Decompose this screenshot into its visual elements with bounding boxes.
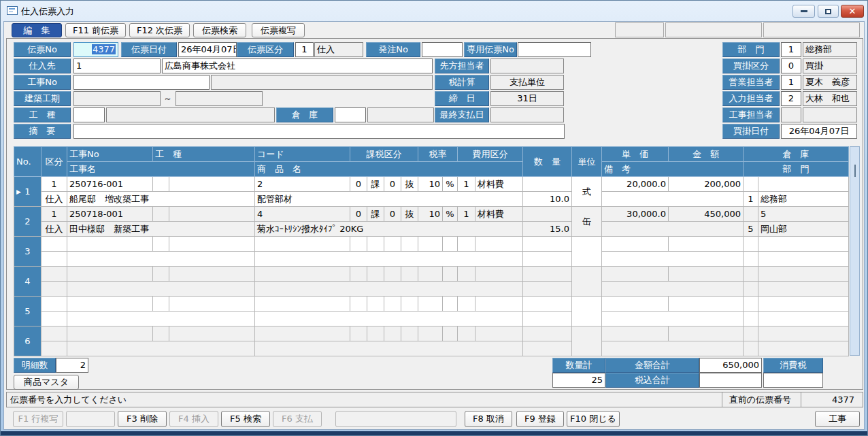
suryo-cell[interactable]: [523, 252, 572, 267]
koshu-code-cell[interactable]: [153, 177, 169, 192]
suryo-top-cell[interactable]: [523, 207, 572, 222]
kubun-code-cell[interactable]: [41, 237, 67, 252]
kubun-code-cell[interactable]: 1: [41, 207, 67, 222]
zeiritsu-cell[interactable]: [418, 297, 443, 312]
kubun-name-cell[interactable]: [41, 282, 67, 297]
bumon-name-cell[interactable]: [758, 252, 849, 267]
hinmei-cell[interactable]: [255, 312, 523, 326]
menu-voucher-copy[interactable]: 伝票複写: [252, 23, 305, 37]
percent-cell[interactable]: %: [443, 207, 458, 222]
kazei-cell-2[interactable]: [384, 237, 401, 252]
hiyo-code-cell[interactable]: [458, 237, 475, 252]
bumon-code-cell[interactable]: [744, 282, 758, 297]
menu-prev-voucher[interactable]: F11 前伝票: [65, 23, 126, 37]
hiyo-code-cell[interactable]: 1: [458, 207, 475, 222]
suryo-top-cell[interactable]: [523, 326, 572, 341]
biko-cell[interactable]: [602, 312, 744, 326]
hiyo-name-cell[interactable]: [475, 297, 523, 312]
soko-code-cell[interactable]: [744, 267, 758, 282]
suryo-cell[interactable]: [523, 341, 572, 356]
tanka-cell[interactable]: [602, 267, 669, 282]
kingaku-cell[interactable]: [669, 326, 744, 341]
bumon-name-cell[interactable]: [758, 282, 849, 297]
kingaku-cell[interactable]: [669, 267, 744, 282]
hiyo-code-cell[interactable]: [458, 267, 475, 282]
hiyo-name-cell[interactable]: 材料費: [475, 177, 523, 192]
tani-cell[interactable]: 缶: [572, 207, 602, 237]
percent-cell[interactable]: [443, 326, 458, 341]
bumon-code-cell[interactable]: 5: [744, 222, 758, 237]
soko-code-cell[interactable]: [744, 297, 758, 312]
zeiritsu-cell[interactable]: 10: [418, 207, 443, 222]
koji-no-cell[interactable]: [67, 326, 153, 341]
zeiritsu-cell[interactable]: [418, 237, 443, 252]
koshu-name-cell[interactable]: [169, 326, 255, 341]
zeiritsu-cell[interactable]: [418, 326, 443, 341]
fn-f3-delete[interactable]: F3 削除: [118, 411, 167, 427]
fn-f5-search[interactable]: F5 検索: [221, 411, 270, 427]
kingaku-cell[interactable]: 200,000: [669, 177, 744, 192]
kubun-code-cell[interactable]: [41, 326, 67, 341]
tanka-cell[interactable]: [602, 297, 669, 312]
koji-name-cell[interactable]: [67, 252, 255, 267]
tanka-cell[interactable]: [602, 326, 669, 341]
kazei-cell-3[interactable]: [401, 297, 418, 312]
soko-code-cell[interactable]: [744, 237, 758, 252]
koshu-name-cell[interactable]: [169, 207, 255, 222]
kazei-cell-3[interactable]: [401, 326, 418, 341]
koshu-code-cell[interactable]: [153, 297, 169, 312]
koji-name-cell[interactable]: [67, 341, 255, 356]
soko-code-input[interactable]: [335, 107, 366, 122]
hinmei-cell[interactable]: 配管部材: [255, 192, 523, 207]
suryo-top-cell[interactable]: [523, 237, 572, 252]
percent-cell[interactable]: [443, 237, 458, 252]
koshu-name-cell[interactable]: [169, 297, 255, 312]
soko-code-cell[interactable]: [744, 177, 758, 192]
biko-cell[interactable]: [602, 192, 744, 207]
koshu-name-cell[interactable]: [169, 237, 255, 252]
zeiritsu-cell[interactable]: 10: [418, 177, 443, 192]
kaikake-date-input[interactable]: 26年04月07日: [781, 124, 857, 139]
kingaku-cell[interactable]: [669, 237, 744, 252]
koji-no-cell[interactable]: [67, 267, 153, 282]
denpyo-kubun-code-input[interactable]: 1: [295, 42, 314, 57]
kubun-code-cell[interactable]: 1: [41, 177, 67, 192]
soko-name-cell[interactable]: [758, 326, 849, 341]
tani-cell[interactable]: 式: [572, 177, 602, 207]
hachu-no-input[interactable]: [422, 42, 463, 57]
minimize-button[interactable]: [792, 5, 815, 18]
koshu-name-cell[interactable]: [169, 177, 255, 192]
tani-cell[interactable]: [572, 297, 602, 326]
kubun-code-cell[interactable]: [41, 297, 67, 312]
kazei-cell-0[interactable]: [350, 326, 367, 341]
kingaku-cell[interactable]: 450,000: [669, 207, 744, 222]
tanka-cell[interactable]: 20,000.0: [602, 177, 669, 192]
biko-cell[interactable]: [602, 341, 744, 356]
kubun-code-cell[interactable]: [41, 267, 67, 282]
soko-name-cell[interactable]: [758, 297, 849, 312]
soko-name-cell[interactable]: [758, 237, 849, 252]
bumon-code-input[interactable]: 1: [781, 42, 801, 57]
hiyo-name-cell[interactable]: 材料費: [475, 207, 523, 222]
koji-no-cell[interactable]: [67, 237, 153, 252]
fn-f9-register[interactable]: F9 登録: [516, 411, 564, 427]
shohin-code-cell[interactable]: [255, 326, 350, 341]
percent-cell[interactable]: [443, 297, 458, 312]
suryo-top-cell[interactable]: [523, 267, 572, 282]
koji-name-cell[interactable]: 田中様邸 新築工事: [67, 222, 255, 237]
kaikake-kubun-code-input[interactable]: 0: [781, 58, 801, 73]
bumon-name-cell[interactable]: 総務部: [758, 192, 849, 207]
kazei-cell-1[interactable]: 課: [367, 177, 384, 192]
kazei-cell-1[interactable]: 課: [367, 207, 384, 222]
suryo-cell[interactable]: [523, 282, 572, 297]
fn-f10-close[interactable]: F10 閉じる: [567, 411, 620, 427]
kazei-cell-0[interactable]: [350, 237, 367, 252]
close-button[interactable]: ✕: [841, 5, 864, 18]
koshu-code-cell[interactable]: [153, 326, 169, 341]
kazei-cell-3[interactable]: [401, 267, 418, 282]
hiyo-code-cell[interactable]: [458, 297, 475, 312]
biko-cell[interactable]: [602, 282, 744, 297]
suryo-cell[interactable]: 15.0: [523, 222, 572, 237]
tani-cell[interactable]: [572, 267, 602, 297]
koshu-code-cell[interactable]: [153, 237, 169, 252]
